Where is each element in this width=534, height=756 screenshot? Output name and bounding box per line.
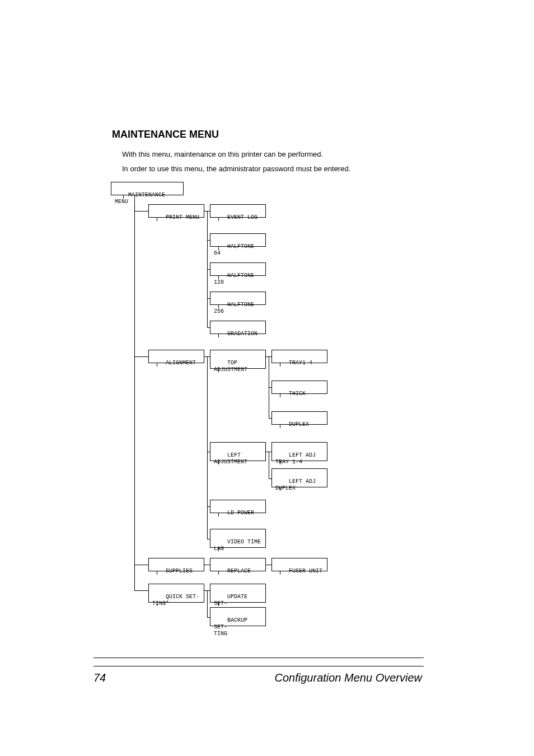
connector bbox=[218, 571, 219, 575]
menu-video-time-lag-label: VIDEO TIME LAG bbox=[214, 539, 261, 552]
connector bbox=[157, 571, 157, 575]
menu-halftone-128: HALFTONE 128 bbox=[210, 262, 266, 276]
connector bbox=[207, 298, 210, 299]
connector bbox=[207, 356, 208, 539]
menu-quick-setting-label: QUICK SET- TING* bbox=[152, 594, 199, 607]
connector bbox=[269, 418, 271, 419]
menu-thick-label: THICK bbox=[289, 391, 306, 397]
menu-alignment: ALIGNMENT bbox=[148, 350, 204, 363]
connector bbox=[218, 548, 219, 551]
connector bbox=[157, 363, 157, 367]
page-number: 74 bbox=[93, 672, 106, 684]
menu-backup-setting: BACKUP SET- TING bbox=[210, 607, 266, 626]
menu-duplex: DUPLEX bbox=[271, 411, 327, 425]
menu-fuser-unit: FUSER UNIT bbox=[271, 558, 327, 571]
connector bbox=[280, 425, 280, 428]
menu-supplies-label: SUPPLIES bbox=[166, 568, 193, 574]
connector bbox=[204, 565, 210, 565]
menu-top-adjustment: TOP ADJUSTMENT bbox=[210, 350, 266, 369]
footer-text: Configuration Menu Overview bbox=[275, 672, 422, 684]
connector bbox=[207, 240, 210, 241]
menu-event-log-label: EVENT LOG bbox=[227, 214, 257, 220]
connector bbox=[280, 461, 280, 464]
menu-update-setting: UPDATE SET- TING bbox=[210, 584, 266, 603]
menu-print-menu-label: PRINT MENU bbox=[166, 214, 199, 220]
connector bbox=[218, 461, 219, 464]
menu-left-adj-tray: LEFT ADJ TRAY 1-4 bbox=[271, 442, 327, 461]
connector bbox=[280, 487, 280, 491]
footer-rule bbox=[93, 658, 424, 658]
connector bbox=[157, 218, 157, 221]
menu-gradation-label: GRADATION bbox=[227, 331, 257, 337]
menu-duplex-label: DUPLEX bbox=[289, 421, 309, 428]
connector bbox=[134, 590, 148, 591]
section-heading: MAINTENANCE MENU bbox=[112, 129, 425, 140]
connector bbox=[134, 195, 135, 590]
connector bbox=[123, 195, 124, 199]
connector bbox=[269, 478, 271, 479]
connector bbox=[269, 387, 271, 388]
menu-ld-power: LD POWER bbox=[210, 500, 266, 513]
connector bbox=[207, 327, 210, 328]
menu-top-adjustment-label: TOP ADJUSTMENT bbox=[214, 360, 247, 373]
menu-halftone-64: HALFTONE 64 bbox=[210, 233, 266, 247]
connector bbox=[218, 334, 219, 337]
intro-text-2: In order to use this menu, the administr… bbox=[122, 163, 425, 175]
connector bbox=[218, 513, 219, 516]
menu-halftone-128-label: HALFTONE 128 bbox=[214, 273, 257, 285]
connector bbox=[218, 603, 219, 606]
connector bbox=[280, 363, 280, 367]
menu-left-adjustment: LEFT ADJUSTMENT bbox=[210, 442, 266, 461]
menu-root: MAINTENANCE MENU bbox=[111, 182, 184, 195]
connector bbox=[134, 356, 148, 357]
menu-halftone-256-label: HALFTONE 256 bbox=[214, 302, 257, 314]
footer-rule bbox=[93, 666, 424, 666]
connector bbox=[157, 603, 157, 606]
connector bbox=[207, 269, 210, 270]
connector bbox=[134, 565, 148, 565]
menu-left-adj-duplex: LEFT ADJ DUPLEX bbox=[271, 468, 327, 487]
menu-fuser-unit-label: FUSER UNIT bbox=[289, 568, 322, 574]
menu-backup-setting-label: BACKUP SET- TING bbox=[214, 617, 251, 637]
menu-replace-label: REPLACE bbox=[227, 568, 251, 574]
connector bbox=[266, 565, 271, 565]
menu-replace: REPLACE bbox=[210, 558, 266, 571]
menu-gradation: GRADATION bbox=[210, 321, 266, 334]
menu-halftone-256: HALFTONE 256 bbox=[210, 292, 266, 305]
intro-text-1: With this menu, maintenance on this prin… bbox=[122, 149, 425, 161]
menu-left-adjustment-label: LEFT ADJUSTMENT bbox=[214, 452, 247, 465]
connector bbox=[218, 305, 219, 308]
connector bbox=[207, 452, 210, 452]
menu-print-menu: PRINT MENU bbox=[148, 204, 204, 218]
menu-video-time-lag: VIDEO TIME LAG bbox=[210, 529, 266, 548]
connector bbox=[218, 247, 219, 250]
menu-left-adj-tray-label: LEFT ADJ TRAY 1-4 bbox=[275, 452, 316, 465]
menu-quick-setting: QUICK SET- TING* bbox=[148, 584, 204, 603]
connector bbox=[218, 369, 219, 372]
menu-alignment-label: ALIGNMENT bbox=[166, 360, 196, 366]
menu-tray1-4: TRAY1-4 bbox=[271, 350, 327, 363]
connector bbox=[218, 218, 219, 221]
connector bbox=[280, 571, 280, 575]
connector bbox=[207, 590, 208, 617]
menu-halftone-64-label: HALFTONE 64 bbox=[214, 243, 257, 256]
menu-ld-power-label: LD POWER bbox=[227, 510, 254, 516]
menu-event-log: EVENT LOG bbox=[210, 204, 266, 218]
connector bbox=[269, 452, 269, 478]
connector bbox=[207, 617, 210, 618]
connector bbox=[207, 539, 210, 539]
connector bbox=[207, 506, 210, 507]
menu-tray1-4-label: TRAY1-4 bbox=[289, 360, 312, 366]
menu-thick: THICK bbox=[271, 381, 327, 394]
menu-supplies: SUPPLIES bbox=[148, 558, 204, 571]
connector bbox=[134, 211, 148, 212]
connector bbox=[218, 276, 219, 279]
menu-left-adj-duplex-label: LEFT ADJ DUPLEX bbox=[275, 478, 316, 491]
connector bbox=[280, 394, 280, 397]
